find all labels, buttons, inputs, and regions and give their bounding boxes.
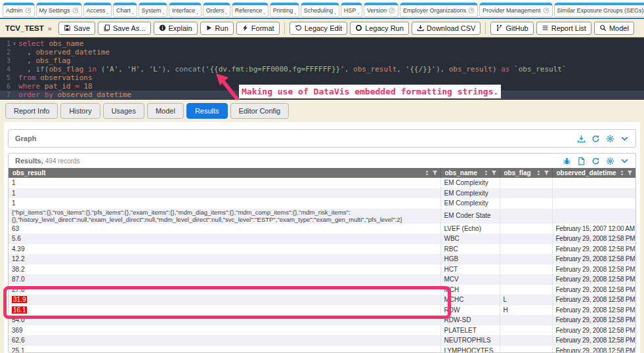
cell-observed-datetime: February 29, 2008 12:58 PM bbox=[552, 244, 635, 255]
table-row[interactable]: 5.6WBCFebruary 29, 2008 12:58 PM bbox=[9, 234, 635, 244]
filter-icon[interactable] bbox=[432, 170, 438, 176]
table-row[interactable]: 54.0RDW-SDFebruary 29, 2008 12:58 PM bbox=[9, 315, 635, 325]
refresh-icon[interactable] bbox=[591, 157, 600, 165]
table-row[interactable]: 25.1LYMPHOCYTESFebruary 29, 2008 12:58 P… bbox=[9, 346, 635, 353]
cell-obs-flag bbox=[500, 274, 552, 285]
download-csv-button[interactable]: Download CSV bbox=[412, 22, 481, 35]
format-button[interactable]: Format bbox=[236, 22, 280, 35]
report-name-expander[interactable]: » bbox=[48, 24, 52, 32]
cell-observed-datetime: February 29, 2008 12:58 PM bbox=[552, 285, 635, 295]
nav-tab-label: Similar Exposure Groups (SEGs) bbox=[557, 7, 644, 14]
explain-button[interactable]: Explain bbox=[154, 22, 198, 35]
sort-icon[interactable] bbox=[483, 170, 489, 176]
code-text: , obs_flag bbox=[18, 56, 644, 65]
table-row[interactable]: 38.2HCTFebruary 29, 2008 12:58 PM bbox=[9, 264, 635, 275]
fold-gutter bbox=[11, 73, 18, 82]
legacy-edit-button[interactable]: Legacy Edit bbox=[290, 22, 347, 35]
download-icon[interactable] bbox=[577, 135, 586, 143]
table-row[interactable]: 1EM Complexity bbox=[9, 198, 635, 209]
tab-history[interactable]: History bbox=[60, 103, 100, 119]
model-button[interactable]: Model bbox=[594, 22, 634, 35]
nav-tab-similar-exposure-groups-segs[interactable]: Similar Exposure Groups (SEGs) bbox=[554, 3, 644, 17]
table-row[interactable]: 27.8MCHFebruary 29, 2008 12:58 PM bbox=[9, 285, 635, 295]
column-header-observed_datetime[interactable]: observed_datetime bbox=[552, 168, 635, 178]
chevron-down-icon[interactable] bbox=[620, 157, 629, 165]
cell-obs-result: 1 bbox=[9, 198, 440, 209]
gear-icon[interactable] bbox=[606, 157, 614, 165]
filter-icon[interactable] bbox=[544, 170, 549, 176]
nav-tab-version[interactable]: Version bbox=[364, 3, 398, 17]
sort-icon[interactable] bbox=[619, 170, 625, 176]
bug-icon[interactable] bbox=[563, 157, 571, 165]
sql-editor[interactable]: 1∨select obs_name2 , observed_datetime3 … bbox=[0, 37, 644, 100]
filter-icon[interactable] bbox=[491, 170, 497, 176]
table-header-row: obs_resultobs_nameobs_flagobserved_datet… bbox=[9, 168, 635, 178]
refresh-icon[interactable] bbox=[591, 135, 600, 143]
table-row[interactable]: 87.0MCVFebruary 29, 2008 12:58 PM bbox=[9, 274, 635, 285]
save-as-button[interactable]: Save As... bbox=[98, 22, 151, 35]
external-link-icon bbox=[72, 7, 79, 14]
sort-icon[interactable] bbox=[424, 170, 430, 176]
run-button[interactable]: Run bbox=[200, 22, 234, 35]
nav-tab-label: Employer Organizations bbox=[403, 7, 466, 14]
tab-results[interactable]: Results bbox=[186, 103, 228, 119]
nav-tab-employer-organizations[interactable]: Employer Organizations bbox=[400, 3, 478, 17]
column-label: obs_flag bbox=[504, 169, 531, 176]
fold-arrow-icon[interactable]: ∨ bbox=[11, 39, 18, 48]
toolbar-buttons: SaveSave As...ExplainRunFormatLegacy Edi… bbox=[58, 22, 634, 35]
chevron-down-icon[interactable] bbox=[620, 135, 629, 143]
table-row[interactable]: 12.2HGBFebruary 29, 2008 12:58 PM bbox=[9, 254, 635, 264]
table-row[interactable]: 31.9MCHCLFebruary 29, 2008 12:58 PM bbox=[9, 295, 635, 305]
column-header-obs_name[interactable]: obs_name bbox=[440, 168, 500, 178]
table-row[interactable]: {"hpi_items":{},"ros_items":{},"pfs_item… bbox=[9, 209, 635, 224]
report-list-button[interactable]: Report List bbox=[536, 22, 591, 35]
legacy-run-button[interactable]: Legacy Run bbox=[350, 22, 409, 35]
table-row[interactable]: 1EM Complexity bbox=[9, 178, 635, 188]
nav-tab-reference[interactable]: Reference, bbox=[232, 3, 268, 17]
cell-observed-datetime: February 29, 2008 12:58 PM bbox=[552, 274, 635, 285]
code-text: select obs_name bbox=[18, 39, 644, 48]
toolbar-divider bbox=[284, 22, 285, 34]
nav-tab-admin[interactable]: Admin bbox=[3, 3, 35, 17]
nav-tab-scheduling[interactable]: Scheduling, bbox=[301, 3, 339, 17]
nav-tab-provider-management[interactable]: Provider Management bbox=[479, 3, 553, 17]
nav-tab-system[interactable]: System, bbox=[139, 3, 168, 17]
cell-obs-result: 369 bbox=[9, 325, 440, 336]
nav-tab-chart[interactable]: Chart, bbox=[113, 3, 137, 17]
table-row[interactable]: 63LVEF (Echo)February 15, 2007 12:00 AM bbox=[9, 224, 635, 234]
tab-editor-config[interactable]: Editor Config bbox=[230, 103, 290, 119]
tab-model[interactable]: Model bbox=[147, 103, 184, 119]
nav-tab-orders[interactable]: Orders, bbox=[203, 3, 230, 17]
table-row[interactable]: 62.6NEUTROPHILSFebruary 29, 2008 12:58 P… bbox=[9, 335, 635, 346]
sort-icon[interactable] bbox=[536, 170, 542, 176]
column-header-obs_flag[interactable]: obs_flag bbox=[500, 168, 552, 178]
table-row[interactable]: 4.39RBCFebruary 29, 2008 12:58 PM bbox=[9, 244, 635, 255]
button-label: GitHub bbox=[505, 24, 528, 32]
table-row[interactable]: 369PLATELETFebruary 29, 2008 12:58 PM bbox=[9, 325, 635, 336]
filter-icon[interactable] bbox=[627, 170, 633, 176]
github-button[interactable]: GitHub bbox=[490, 22, 533, 35]
save-button[interactable]: Save bbox=[58, 22, 95, 35]
tab-usages[interactable]: Usages bbox=[103, 103, 144, 119]
cell-obs-result: 31.9 bbox=[9, 295, 440, 305]
gear-icon[interactable] bbox=[606, 135, 614, 143]
table-row[interactable]: 16.1RDWHFebruary 29, 2008 12:58 PM bbox=[9, 305, 635, 316]
graph-panel: Graph bbox=[8, 129, 636, 148]
nav-tab-access[interactable]: Access, bbox=[83, 3, 112, 17]
nav-tab-printing[interactable]: Printing, bbox=[270, 3, 299, 17]
cell-obs-result: 63 bbox=[9, 224, 440, 234]
result-tabs: Report InfoHistoryUsagesModelResultsEdit… bbox=[0, 100, 644, 122]
nav-tab-interface[interactable]: Interface, bbox=[169, 3, 202, 17]
tab-report-info[interactable]: Report Info bbox=[5, 103, 58, 119]
cell-obs-name: HGB bbox=[440, 254, 500, 264]
column-header-obs_result[interactable]: obs_result bbox=[9, 168, 440, 178]
code-line-4: 4 , if(obs_flag in ('A', 'H', 'L'), conc… bbox=[0, 65, 644, 73]
nav-tab-label: My Settings bbox=[39, 7, 70, 14]
new-document-icon[interactable] bbox=[577, 157, 586, 165]
table-row[interactable]: 1EM Complexity bbox=[9, 188, 635, 199]
search-icon bbox=[599, 24, 607, 31]
submenu-indicator: , bbox=[294, 9, 296, 15]
nav-tab-my-settings[interactable]: My Settings bbox=[36, 3, 82, 17]
info-icon bbox=[159, 24, 166, 31]
nav-tab-hsp[interactable]: HSP, bbox=[341, 3, 362, 17]
